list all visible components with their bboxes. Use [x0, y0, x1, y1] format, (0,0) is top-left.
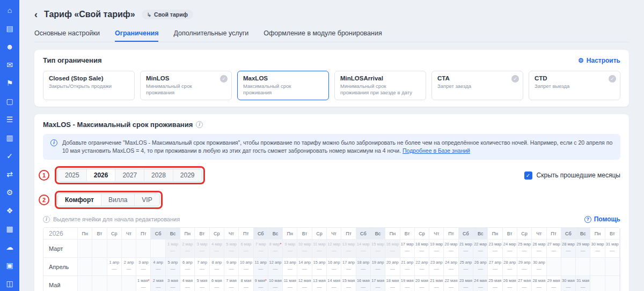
calendar-day-cell[interactable]: 11 мар—: [312, 240, 327, 258]
tasks-icon[interactable]: ✓: [4, 150, 16, 162]
calendar-day-cell[interactable]: 18 мая—: [385, 276, 400, 291]
calendar-day-cell[interactable]: 9 апр—: [224, 258, 239, 276]
restriction-card-MinLOS[interactable]: MinLOSМинимальный срок проживания✓: [140, 71, 232, 100]
calendar-day-cell[interactable]: 1 мая*—: [136, 276, 151, 291]
back-button[interactable]: ‹: [34, 10, 38, 19]
calendar-day-cell[interactable]: 16 мая—: [356, 276, 371, 291]
calendar-day-cell[interactable]: 28 мар—: [561, 240, 576, 258]
channels-icon[interactable]: ⇄: [4, 168, 16, 180]
calendar-day-cell[interactable]: 16 апр—: [327, 258, 341, 276]
calendar-day-cell[interactable]: 4 мая—: [180, 276, 195, 291]
calendar-day-cell[interactable]: 18 мар—: [415, 240, 429, 258]
calendar-day-cell[interactable]: 1 апр—: [107, 258, 122, 276]
info-icon[interactable]: i: [196, 121, 203, 128]
calendar-day-cell[interactable]: 6 мар—: [239, 240, 253, 258]
calendar-day-cell[interactable]: 27 мар—: [547, 240, 561, 258]
restriction-card-MaxLOS[interactable]: MaxLOSМаксимальный срок проживания: [237, 71, 329, 100]
calendar-day-cell[interactable]: 28 мая—: [532, 276, 546, 291]
restriction-card-CTD[interactable]: CTDЗапрет выезда✓: [529, 71, 620, 100]
tab-Ограничения[interactable]: Ограничения: [115, 26, 159, 42]
cloud-icon[interactable]: ☁: [4, 241, 16, 253]
year-tab-2028[interactable]: 2028: [144, 169, 173, 181]
room-tab-Комфорт[interactable]: Комфорт: [58, 194, 101, 206]
calendar-day-cell[interactable]: 22 апр—: [415, 258, 429, 276]
calendar-day-cell[interactable]: 15 апр—: [312, 258, 327, 276]
calendar-day-cell[interactable]: 10 мар—: [297, 240, 312, 258]
calendar-day-cell[interactable]: 4 апр—: [151, 258, 165, 276]
calendar-day-cell[interactable]: 17 мар—: [400, 240, 415, 258]
calendar-day-cell[interactable]: 11 мая—: [283, 276, 297, 291]
calendar-day-cell[interactable]: 2 мая—: [151, 276, 165, 291]
calendar-day-cell[interactable]: 23 мая—: [459, 276, 473, 291]
calendar-day-cell[interactable]: 10 мая—: [268, 276, 283, 291]
calendar-day-cell[interactable]: 13 апр—: [283, 258, 297, 276]
calendar-day-cell[interactable]: 30 мая—: [561, 276, 576, 291]
year-tab-2029[interactable]: 2029: [173, 169, 202, 181]
calendar-day-cell[interactable]: 5 мар—: [224, 240, 239, 258]
calendar-day-cell[interactable]: 12 мар—: [327, 240, 341, 258]
calendar-day-cell[interactable]: 27 апр—: [488, 258, 502, 276]
messages-icon[interactable]: ✉: [4, 59, 16, 71]
calendar-day-cell[interactable]: 24 мар—: [503, 240, 517, 258]
configure-link[interactable]: ⚙ Настроить: [578, 57, 620, 64]
calendar-day-cell[interactable]: 13 мая—: [312, 276, 327, 291]
calendar-day-cell[interactable]: 2 апр—: [122, 258, 136, 276]
restriction-card-CTA[interactable]: CTAЗапрет заезда✓: [431, 71, 523, 100]
devices-icon[interactable]: ▣: [4, 259, 16, 271]
tags-icon[interactable]: ⚑: [4, 77, 16, 89]
calendar-day-cell[interactable]: 21 апр—: [400, 258, 415, 276]
calendar-day-cell[interactable]: 9 мар—: [283, 240, 297, 258]
calendar-day-cell[interactable]: 30 апр—: [532, 258, 546, 276]
calendar-day-cell[interactable]: 1 мар—: [166, 240, 180, 258]
room-tab-VIP[interactable]: VIP: [135, 194, 159, 206]
calendar-day-cell[interactable]: 10 апр—: [239, 258, 253, 276]
apps-icon[interactable]: ◫: [4, 278, 16, 289]
calendar-day-cell[interactable]: 20 апр—: [385, 258, 400, 276]
hide-past-months-toggle[interactable]: ✓ Скрыть прошедшие месяцы: [524, 171, 620, 180]
calendar-day-cell[interactable]: 22 мая—: [444, 276, 458, 291]
bookings-icon[interactable]: ☰: [4, 114, 16, 125]
calendar-day-cell[interactable]: 3 апр—: [136, 258, 151, 276]
calendar-day-cell[interactable]: 25 мар—: [517, 240, 532, 258]
calendar-day-cell[interactable]: 30 мар—: [590, 240, 605, 258]
calendar-day-cell[interactable]: 14 мар—: [356, 240, 371, 258]
calendar-day-cell[interactable]: 6 апр—: [180, 258, 195, 276]
calendar-day-cell[interactable]: 12 апр—: [268, 258, 283, 276]
calendar-day-cell[interactable]: 11 апр—: [254, 258, 268, 276]
calendar-day-cell[interactable]: 26 мар—: [532, 240, 546, 258]
calendar-day-cell[interactable]: 24 мая—: [473, 276, 488, 291]
calendar-day-cell[interactable]: 31 мар—: [605, 240, 620, 258]
calendar-day-cell[interactable]: 3 мая—: [166, 276, 180, 291]
tab-Основные настройки[interactable]: Основные настройки: [34, 26, 100, 42]
calendar-day-cell[interactable]: 12 мая—: [297, 276, 312, 291]
tab-Оформление в модуле бронирования[interactable]: Оформление в модуле бронирования: [264, 26, 382, 42]
calendar-day-cell[interactable]: 19 мая—: [400, 276, 415, 291]
calendar-day-cell[interactable]: 15 мар—: [371, 240, 385, 258]
calendar-day-cell[interactable]: 8 апр—: [210, 258, 224, 276]
calendar-day-cell[interactable]: 27 мая—: [517, 276, 532, 291]
calendar-day-cell[interactable]: 9 мая*—: [254, 276, 268, 291]
calendar-day-cell[interactable]: 8 мая—: [239, 276, 253, 291]
year-tab-2027[interactable]: 2027: [115, 169, 144, 181]
calendar-day-cell[interactable]: 4 мар—: [210, 240, 224, 258]
calendar-day-cell[interactable]: 7 мая—: [224, 276, 239, 291]
calendar-day-cell[interactable]: 3 мар—: [195, 240, 209, 258]
briefcase-icon[interactable]: ▤: [4, 23, 16, 34]
calendar-day-cell[interactable]: 21 мая—: [429, 276, 444, 291]
calendar-day-cell[interactable]: 6 мая—: [210, 276, 224, 291]
knowledge-base-link[interactable]: Подробнее в Базе знаний: [402, 147, 470, 154]
calendar-day-cell[interactable]: 2 мар—: [180, 240, 195, 258]
calendar-day-cell[interactable]: 21 мар—: [459, 240, 473, 258]
tab-Дополнительные услуги[interactable]: Дополнительные услуги: [173, 26, 248, 42]
calendar-day-cell[interactable]: 20 мар—: [444, 240, 458, 258]
calendar-day-cell[interactable]: 5 мая—: [195, 276, 209, 291]
calendar-day-cell[interactable]: 24 апр—: [444, 258, 458, 276]
payments-icon[interactable]: ▦: [4, 223, 16, 235]
calendar-day-cell[interactable]: 25 мая—: [488, 276, 502, 291]
calendar-day-cell[interactable]: 25 апр—: [459, 258, 473, 276]
checkbox-checked-icon[interactable]: ✓: [524, 171, 532, 180]
calendar-day-cell[interactable]: 7 мар—: [254, 240, 268, 258]
analytics-icon[interactable]: ▥: [4, 132, 16, 144]
calendar-day-cell[interactable]: 23 апр—: [429, 258, 444, 276]
calendar-day-cell[interactable]: 8 мар*—: [268, 240, 283, 258]
